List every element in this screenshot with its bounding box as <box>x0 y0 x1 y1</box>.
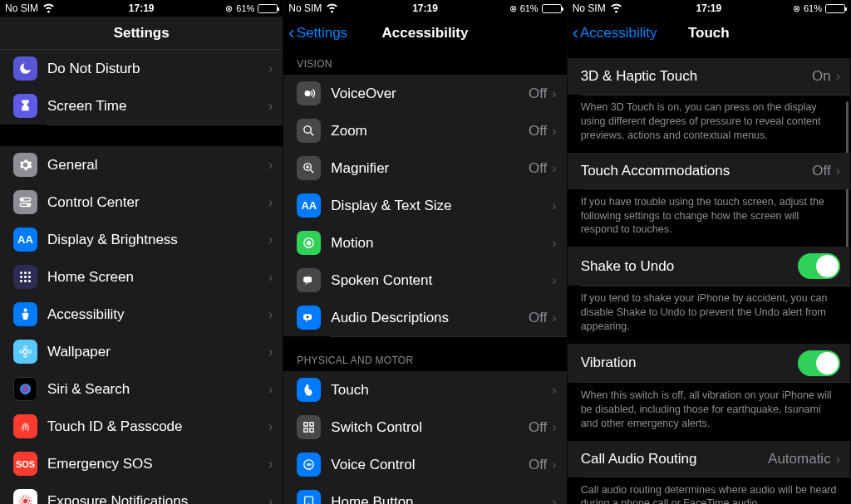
row-display-text-size[interactable]: AA Display & Text Size › <box>283 187 566 224</box>
clock: 17:19 <box>412 2 438 14</box>
rotation-lock-icon: ⊗ <box>225 3 233 14</box>
accessibility-list[interactable]: Vision VoiceOver Off › Zoom Off › Magnif… <box>283 50 566 504</box>
row-magnifier[interactable]: Magnifier Off › <box>283 149 566 187</box>
carrier-label: No SIM <box>573 2 606 14</box>
grid-icon <box>13 265 37 289</box>
gear-icon <box>13 153 37 177</box>
chevron-right-icon: › <box>552 161 556 176</box>
svg-point-14 <box>23 350 27 353</box>
settings-screen: No SIM 17:19 ⊗ 61% Settings Do Not Distu… <box>0 0 283 504</box>
svg-rect-33 <box>304 423 307 426</box>
chevron-right-icon: › <box>552 495 556 505</box>
row-label: Exposure Notifications <box>47 493 268 505</box>
toggle-shake-to-undo[interactable] <box>798 253 840 279</box>
carrier-label: No SIM <box>288 2 322 14</box>
nav-bar: ‹ Accessibility Touch <box>568 17 850 50</box>
svg-rect-7 <box>20 276 22 278</box>
nav-bar: ‹ Settings Accessibility <box>283 17 566 50</box>
row-label: Display & Text Size <box>331 198 552 214</box>
clock: 17:19 <box>696 2 721 14</box>
section-header-motor: Physical and Motor <box>283 336 566 371</box>
row-spoken-content[interactable]: Spoken Content › <box>283 262 566 299</box>
row-wallpaper[interactable]: Wallpaper › <box>0 333 283 370</box>
row-display-brightness[interactable]: AA Display & Brightness › <box>0 221 283 258</box>
battery-icon <box>825 4 845 13</box>
row-audio-descriptions[interactable]: Audio Descriptions Off › <box>283 299 566 336</box>
row-zoom[interactable]: Zoom Off › <box>283 112 566 149</box>
row-shake-to-undo: Shake to Undo <box>568 247 850 286</box>
row-exposure-notifications[interactable]: Exposure Notifications › <box>0 482 283 504</box>
row-label: Screen Time <box>47 98 268 115</box>
chevron-right-icon: › <box>268 382 273 397</box>
svg-rect-4 <box>20 272 22 274</box>
row-call-audio-routing[interactable]: Call Audio Routing Automatic › <box>568 441 850 477</box>
chevron-right-icon: › <box>268 494 273 505</box>
row-motion[interactable]: Motion › <box>283 224 566 262</box>
row-voiceover[interactable]: VoiceOver Off › <box>283 75 566 112</box>
row-label: Display & Brightness <box>47 232 268 248</box>
row-home-screen[interactable]: Home Screen › <box>0 258 283 296</box>
zoom-icon <box>297 119 321 143</box>
svg-point-3 <box>27 204 29 206</box>
row-switch-control[interactable]: Switch Control Off › <box>283 409 566 446</box>
row-home-button[interactable]: Home Button › <box>283 483 566 504</box>
row-label: Do Not Disturb <box>47 61 268 77</box>
svg-point-13 <box>23 308 27 311</box>
rotation-lock-icon: ⊗ <box>793 3 800 14</box>
svg-rect-30 <box>303 276 312 282</box>
svg-point-16 <box>24 355 27 358</box>
row-label: Audio Descriptions <box>331 310 529 326</box>
battery-pct: 61% <box>520 3 539 13</box>
carrier-label: No SIM <box>5 2 38 14</box>
row-touch[interactable]: Touch › <box>283 371 566 409</box>
touch-list[interactable]: 3D & Haptic Touch On › When 3D Touch is … <box>568 50 850 504</box>
siri-icon <box>13 377 37 401</box>
row-voice-control[interactable]: Voice Control Off › <box>283 446 566 483</box>
svg-point-17 <box>20 350 23 354</box>
chevron-right-icon: › <box>552 198 556 213</box>
row-label: 3D & Haptic Touch <box>581 68 812 85</box>
touch-icon <box>297 378 321 402</box>
row-emergency-sos[interactable]: SOS Emergency SOS › <box>0 445 283 482</box>
row-label: Voice Control <box>331 457 529 473</box>
row-value: On <box>812 68 831 85</box>
row-label: Call Audio Routing <box>581 451 768 467</box>
nav-bar: Settings <box>0 17 283 50</box>
toggle-vibration[interactable] <box>798 350 840 376</box>
svg-rect-36 <box>310 428 313 432</box>
chevron-right-icon: › <box>836 69 840 84</box>
svg-rect-8 <box>24 276 27 278</box>
svg-rect-11 <box>24 280 27 282</box>
svg-rect-12 <box>28 280 31 282</box>
magnifier-icon <box>297 156 321 180</box>
row-touch-accommodations[interactable]: Touch Accommodations Off › <box>568 153 850 189</box>
sos-icon: SOS <box>13 452 37 476</box>
row-accessibility[interactable]: Accessibility › <box>0 296 283 333</box>
back-button[interactable]: ‹ Settings <box>283 24 347 42</box>
row-label: VoiceOver <box>331 86 529 102</box>
svg-point-32 <box>307 316 309 318</box>
row-value: Off <box>529 419 547 436</box>
row-label: Spoken Content <box>331 272 552 289</box>
row-screen-time[interactable]: Screen Time › <box>0 87 283 125</box>
back-button[interactable]: ‹ Accessibility <box>568 24 657 42</box>
row-label: Emergency SOS <box>47 456 268 472</box>
row-touch-id-passcode[interactable]: Touch ID & Passcode › <box>0 408 283 445</box>
section-header-vision: Vision <box>283 50 566 75</box>
row-general[interactable]: General › <box>0 146 283 183</box>
settings-list[interactable]: Do Not Disturb › Screen Time › General ›… <box>0 50 283 504</box>
status-bar: No SIM 17:19 ⊗ 61% <box>0 0 283 17</box>
motion-icon <box>297 231 321 255</box>
svg-rect-6 <box>28 272 31 274</box>
row-do-not-disturb[interactable]: Do Not Disturb › <box>0 50 283 87</box>
svg-point-18 <box>28 350 32 354</box>
chevron-right-icon: › <box>268 61 273 76</box>
row-3d-haptic-touch[interactable]: 3D & Haptic Touch On › <box>568 58 850 95</box>
chevron-right-icon: › <box>268 232 273 247</box>
aa-icon: AA <box>297 193 321 218</box>
row-siri-search[interactable]: Siri & Search › <box>0 370 283 408</box>
footer-text: When 3D Touch is on, you can press on th… <box>568 95 850 153</box>
chevron-right-icon: › <box>268 345 273 360</box>
row-control-center[interactable]: Control Center › <box>0 183 283 221</box>
row-value: Off <box>529 160 547 177</box>
